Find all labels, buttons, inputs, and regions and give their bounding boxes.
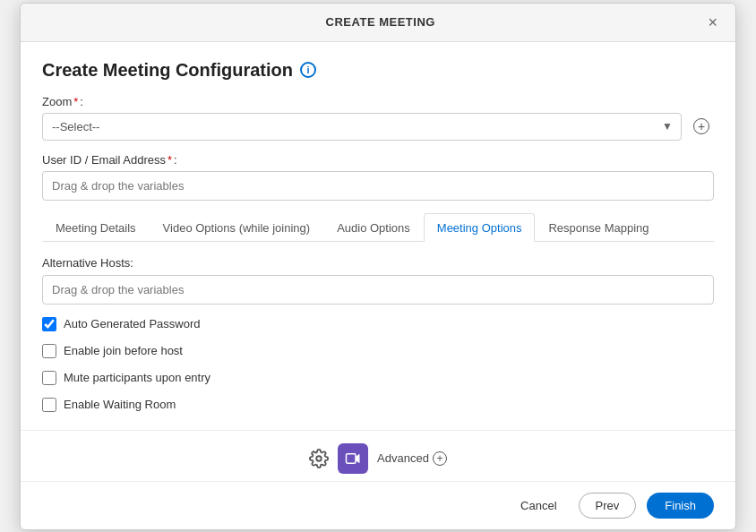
user-id-field-group: User ID / Email Address * : bbox=[42, 153, 714, 201]
zoom-select[interactable]: --Select-- bbox=[42, 113, 682, 141]
mute-participants-checkbox[interactable] bbox=[42, 371, 56, 385]
gear-button[interactable] bbox=[309, 449, 329, 468]
checkbox-auto-password[interactable]: Auto Generated Password bbox=[42, 317, 714, 331]
svg-point-0 bbox=[316, 456, 322, 461]
tab-meeting-options[interactable]: Meeting Options bbox=[424, 213, 536, 242]
zoom-field-group: Zoom * : --Select-- ▼ + bbox=[42, 95, 714, 141]
prev-button[interactable]: Prev bbox=[579, 493, 637, 519]
svg-rect-1 bbox=[347, 453, 357, 463]
tab-audio-options[interactable]: Audio Options bbox=[323, 213, 424, 242]
alt-hosts-group: Alternative Hosts: bbox=[42, 256, 714, 305]
video-icon-button[interactable] bbox=[338, 443, 368, 474]
alt-hosts-input[interactable] bbox=[42, 275, 714, 305]
waiting-room-label: Enable Waiting Room bbox=[64, 398, 176, 411]
gear-icon bbox=[309, 449, 329, 468]
page-title-row: Create Meeting Configuration i bbox=[42, 60, 714, 81]
tab-meeting-details[interactable]: Meeting Details bbox=[42, 213, 150, 242]
advanced-label: Advanced bbox=[377, 451, 429, 465]
plus-circle-icon: + bbox=[693, 118, 709, 134]
modal-title: CREATE MEETING bbox=[56, 15, 704, 29]
alt-hosts-label: Alternative Hosts: bbox=[42, 256, 714, 270]
video-icon bbox=[345, 450, 361, 467]
modal-footer: Cancel Prev Finish bbox=[21, 481, 735, 529]
page-title: Create Meeting Configuration bbox=[42, 60, 293, 81]
zoom-label: Zoom * : bbox=[42, 95, 714, 108]
tabs-row: Meeting Details Video Options (while joi… bbox=[42, 213, 714, 242]
tab-response-mapping[interactable]: Response Mapping bbox=[535, 213, 662, 242]
advanced-button[interactable]: Advanced + bbox=[377, 451, 447, 466]
modal-header: CREATE MEETING × bbox=[21, 4, 735, 42]
close-button[interactable]: × bbox=[704, 14, 721, 30]
user-id-required: * bbox=[168, 153, 172, 167]
footer-actions: Advanced + bbox=[21, 430, 735, 481]
info-icon[interactable]: i bbox=[300, 62, 316, 78]
modal-body: Create Meeting Configuration i Zoom * : … bbox=[21, 42, 735, 430]
zoom-select-wrapper: --Select-- ▼ bbox=[42, 113, 682, 141]
tab-video-options[interactable]: Video Options (while joining) bbox=[150, 213, 324, 242]
checkbox-waiting-room[interactable]: Enable Waiting Room bbox=[42, 398, 714, 412]
checkbox-mute-participants[interactable]: Mute participants upon entry bbox=[42, 371, 714, 385]
user-id-input[interactable] bbox=[42, 171, 714, 201]
zoom-add-button[interactable]: + bbox=[689, 114, 714, 139]
waiting-room-checkbox[interactable] bbox=[42, 398, 56, 412]
advanced-plus-icon: + bbox=[433, 451, 447, 466]
join-before-host-checkbox[interactable] bbox=[42, 344, 56, 358]
finish-button[interactable]: Finish bbox=[647, 493, 714, 519]
user-id-label: User ID / Email Address * : bbox=[42, 153, 714, 167]
auto-password-label: Auto Generated Password bbox=[64, 317, 200, 330]
zoom-select-row: --Select-- ▼ + bbox=[42, 113, 714, 141]
checkboxes-group: Auto Generated Password Enable join befo… bbox=[42, 317, 714, 412]
mute-participants-label: Mute participants upon entry bbox=[64, 371, 210, 384]
zoom-required: * bbox=[73, 95, 78, 108]
cancel-button[interactable]: Cancel bbox=[510, 493, 567, 518]
join-before-host-label: Enable join before host bbox=[64, 344, 183, 357]
auto-password-checkbox[interactable] bbox=[42, 317, 56, 331]
checkbox-join-before-host[interactable]: Enable join before host bbox=[42, 344, 714, 358]
